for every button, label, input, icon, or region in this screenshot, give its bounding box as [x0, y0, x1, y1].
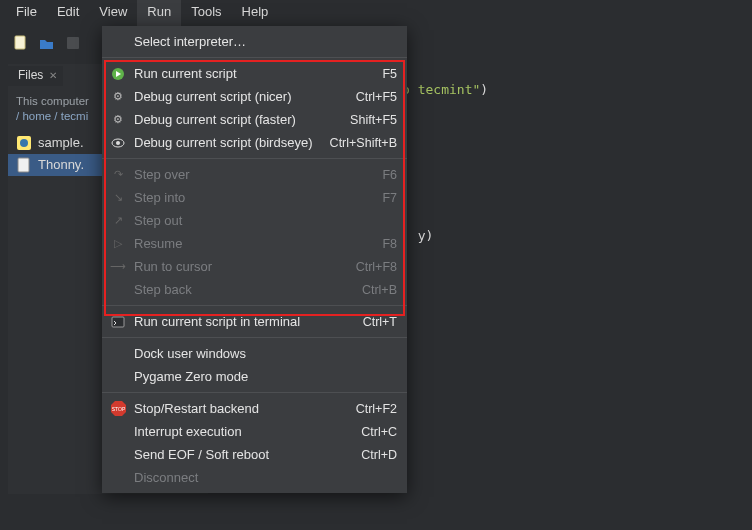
open-file-icon[interactable]: [36, 32, 58, 54]
svg-text:STOP: STOP: [111, 406, 125, 412]
menu-item-label: Pygame Zero mode: [134, 369, 389, 384]
menu-item-shortcut: F8: [382, 237, 397, 251]
menu-item-label: Resume: [134, 236, 374, 251]
run-menu-dropdown: Select interpreter…Run current scriptF5⚙…: [102, 26, 407, 493]
menu-item-debug-current-script-birdseye[interactable]: Debug current script (birdseye)Ctrl+Shif…: [102, 131, 407, 154]
menu-item-label: Debug current script (birdseye): [134, 135, 322, 150]
menu-item-shortcut: Ctrl+F5: [356, 90, 397, 104]
step-into-icon: ↘: [110, 190, 126, 206]
svg-point-7: [116, 141, 120, 145]
menu-item-label: Select interpreter…: [134, 34, 389, 49]
menu-separator: [102, 337, 407, 338]
menu-item-dock-user-windows[interactable]: Dock user windows: [102, 342, 407, 365]
cursor-icon: ⟶: [110, 259, 126, 275]
menu-item-step-out: ↗Step out: [102, 209, 407, 232]
menu-item-shortcut: Ctrl+D: [361, 448, 397, 462]
menu-item-shortcut: F5: [382, 67, 397, 81]
menu-item-run-current-script[interactable]: Run current scriptF5: [102, 62, 407, 85]
menu-run[interactable]: Run: [137, 0, 181, 26]
menu-item-shortcut: Ctrl+F2: [356, 402, 397, 416]
file-name: sample.: [38, 135, 84, 150]
step-out-icon: ↗: [110, 213, 126, 229]
menu-item-label: Run current script in terminal: [134, 314, 355, 329]
blank-icon: [110, 346, 126, 362]
menu-item-shortcut: Shift+F5: [350, 113, 397, 127]
menu-item-label: Step over: [134, 167, 374, 182]
menu-item-disconnect: Disconnect: [102, 466, 407, 489]
menu-item-shortcut: Ctrl+T: [363, 315, 397, 329]
menu-item-label: Step into: [134, 190, 374, 205]
blank-icon: [110, 470, 126, 486]
menu-tools[interactable]: Tools: [181, 0, 231, 26]
menu-item-interrupt-execution[interactable]: Interrupt executionCtrl+C: [102, 420, 407, 443]
menu-item-label: Run to cursor: [134, 259, 348, 274]
menu-item-shortcut: Ctrl+F8: [356, 260, 397, 274]
menu-item-select-interpreter[interactable]: Select interpreter…: [102, 30, 407, 53]
menu-item-step-over: ↷Step overF6: [102, 163, 407, 186]
menu-item-step-back: Step backCtrl+B: [102, 278, 407, 301]
menu-separator: [102, 57, 407, 58]
svg-rect-4: [18, 158, 29, 172]
menu-item-label: Dock user windows: [134, 346, 389, 361]
menu-item-run-current-script-in-terminal[interactable]: Run current script in terminalCtrl+T: [102, 310, 407, 333]
menu-item-shortcut: Ctrl+B: [362, 283, 397, 297]
file-name: Thonny.: [38, 157, 84, 172]
menu-separator: [102, 305, 407, 306]
terminal-icon: [110, 314, 126, 330]
blank-icon: [110, 369, 126, 385]
menu-view[interactable]: View: [89, 0, 137, 26]
menu-item-resume: ▷ResumeF8: [102, 232, 407, 255]
menu-item-debug-current-script-nicer[interactable]: ⚙Debug current script (nicer)Ctrl+F5: [102, 85, 407, 108]
menu-item-step-into: ↘Step intoF7: [102, 186, 407, 209]
resume-icon: ▷: [110, 236, 126, 252]
files-tab[interactable]: Files ✕: [8, 66, 63, 86]
menu-item-shortcut: F7: [382, 191, 397, 205]
svg-rect-8: [112, 317, 124, 327]
blank-icon: [110, 34, 126, 50]
save-file-icon[interactable]: [62, 32, 84, 54]
blank-icon: [110, 447, 126, 463]
python-file-icon: [16, 135, 32, 151]
menu-item-shortcut: Ctrl+Shift+B: [330, 136, 397, 150]
menu-item-label: Send EOF / Soft reboot: [134, 447, 353, 462]
menu-file[interactable]: File: [6, 0, 47, 26]
menu-item-label: Step out: [134, 213, 389, 228]
menu-item-stop-restart-backend[interactable]: STOPStop/Restart backendCtrl+F2: [102, 397, 407, 420]
eye-icon: [110, 135, 126, 151]
bug-icon: ⚙: [110, 89, 126, 105]
menu-edit[interactable]: Edit: [47, 0, 89, 26]
menu-item-shortcut: Ctrl+C: [361, 425, 397, 439]
menu-item-label: Step back: [134, 282, 354, 297]
menu-item-label: Stop/Restart backend: [134, 401, 348, 416]
menu-item-label: Debug current script (faster): [134, 112, 342, 127]
menu-separator: [102, 158, 407, 159]
menu-item-shortcut: F6: [382, 168, 397, 182]
stop-icon: STOP: [110, 401, 126, 417]
menu-item-pygame-zero-mode[interactable]: Pygame Zero mode: [102, 365, 407, 388]
text-file-icon: [16, 157, 32, 173]
play-green-icon: [110, 66, 126, 82]
menu-item-label: Interrupt execution: [134, 424, 353, 439]
step-over-icon: ↷: [110, 167, 126, 183]
menu-item-label: Disconnect: [134, 470, 389, 485]
menubar: FileEditViewRunToolsHelp: [0, 0, 752, 26]
files-tab-label: Files: [18, 68, 43, 82]
menu-item-send-eof-soft-reboot[interactable]: Send EOF / Soft rebootCtrl+D: [102, 443, 407, 466]
blank-icon: [110, 424, 126, 440]
close-icon[interactable]: ✕: [49, 70, 57, 81]
menu-item-run-to-cursor: ⟶Run to cursorCtrl+F8: [102, 255, 407, 278]
svg-rect-1: [67, 37, 79, 49]
bug-icon: ⚙: [110, 112, 126, 128]
menu-item-label: Debug current script (nicer): [134, 89, 348, 104]
new-file-icon[interactable]: [10, 32, 32, 54]
menu-item-label: Run current script: [134, 66, 374, 81]
menu-item-debug-current-script-faster[interactable]: ⚙Debug current script (faster)Shift+F5: [102, 108, 407, 131]
menu-help[interactable]: Help: [232, 0, 279, 26]
menu-separator: [102, 392, 407, 393]
blank-icon: [110, 282, 126, 298]
svg-rect-0: [15, 36, 25, 49]
